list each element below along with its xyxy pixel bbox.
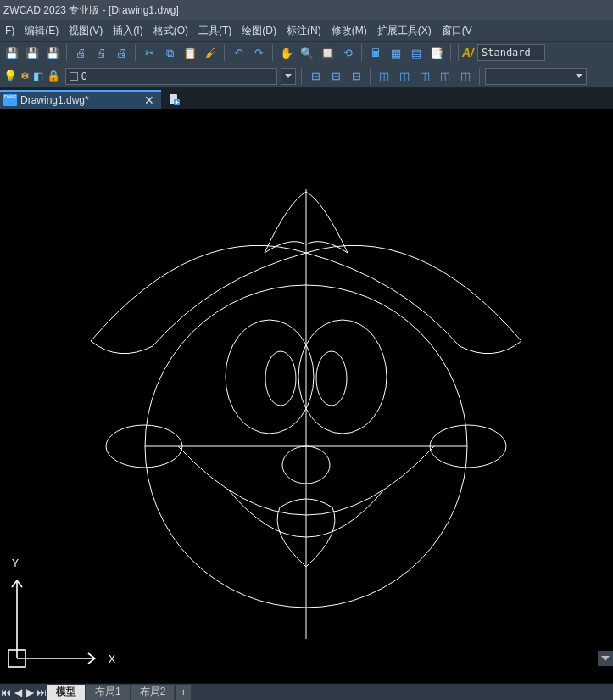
ucs-y-label: Y xyxy=(12,557,19,569)
svg-point-9 xyxy=(298,320,387,434)
plus-icon: + xyxy=(181,686,187,698)
saveas-button[interactable]: 💾 xyxy=(23,43,42,62)
chevron-down-icon xyxy=(601,656,610,661)
document-tab-active[interactable]: Drawing1.dwg* ✕ xyxy=(0,90,161,109)
layerp-button[interactable]: ⊟ xyxy=(306,67,325,86)
document-tab-label: Drawing1.dwg* xyxy=(20,94,89,106)
block2-button[interactable]: ◫ xyxy=(395,67,414,86)
block-button[interactable]: ◫ xyxy=(375,67,393,86)
layout-last-button[interactable]: ⏭ xyxy=(36,686,47,699)
layout-add-button[interactable]: + xyxy=(176,685,191,700)
svg-point-8 xyxy=(265,351,296,406)
pan-button[interactable]: ✋ xyxy=(277,43,296,62)
layout-next-button[interactable]: ▶ xyxy=(24,686,36,699)
layout-tab-layout2[interactable]: 布局2 xyxy=(131,685,175,700)
separator xyxy=(361,44,362,61)
textstyle-big-dropdown[interactable] xyxy=(485,68,587,85)
redo-icon: ↷ xyxy=(254,48,264,59)
newfile-icon xyxy=(167,92,181,106)
help-button[interactable]: 📑 xyxy=(427,43,446,62)
matchprop-button[interactable]: 🖌 xyxy=(201,43,220,62)
freeze-icon: ❄ xyxy=(20,70,30,81)
menu-window[interactable]: 窗口(V xyxy=(437,20,477,41)
undo-button[interactable]: ↶ xyxy=(229,43,248,62)
saveall-button[interactable]: 💾 xyxy=(43,43,62,62)
layout-tab-model[interactable]: 模型 xyxy=(47,685,85,700)
layeriso-icon: ◧ xyxy=(33,70,43,81)
next-icon: ▶ xyxy=(26,686,34,698)
plot2-button[interactable]: 🖨 xyxy=(92,43,110,62)
block4-button[interactable]: ◫ xyxy=(436,67,454,86)
redo-button[interactable]: ↷ xyxy=(249,43,268,62)
publish-icon: 🖨 xyxy=(116,48,127,59)
menu-file[interactable]: F) xyxy=(0,20,20,41)
menu-tools[interactable]: 工具(T) xyxy=(193,20,237,41)
paste-button[interactable]: 📋 xyxy=(181,43,199,62)
save-button[interactable]: 💾 xyxy=(3,43,21,62)
separator xyxy=(458,44,459,61)
cut-button[interactable]: ✂ xyxy=(140,43,159,62)
layer2-icon: ⊟ xyxy=(332,70,341,81)
chevron-down-icon xyxy=(576,74,582,78)
separator xyxy=(66,44,67,61)
block3-button[interactable]: ◫ xyxy=(415,67,434,86)
table-icon: ▤ xyxy=(411,48,421,59)
first-icon: ⏮ xyxy=(1,686,11,698)
linetype-dropdown[interactable] xyxy=(281,68,296,85)
block5-button[interactable]: ◫ xyxy=(456,67,475,86)
text-style-value: Standard xyxy=(482,47,531,59)
dwg-icon xyxy=(3,94,17,106)
scroll-down-button[interactable] xyxy=(598,651,613,666)
publish-button[interactable]: 🖨 xyxy=(112,43,131,62)
layerp2-button[interactable]: ⊟ xyxy=(326,67,345,86)
text-style-box: A/ Standard xyxy=(462,44,545,61)
paste-icon: 📋 xyxy=(183,48,197,59)
grid-button[interactable]: ▦ xyxy=(387,43,405,62)
new-tab-button[interactable] xyxy=(164,90,183,109)
block-icon: ◫ xyxy=(379,70,389,81)
menu-view[interactable]: 视图(V) xyxy=(64,20,108,41)
layerp3-button[interactable]: ⊟ xyxy=(347,67,365,86)
zoomprev-icon: ⟲ xyxy=(343,48,353,59)
textstyle-prefix: A/ xyxy=(462,46,474,59)
app-title: ZWCAD 2023 专业版 - [Drawing1.dwg] xyxy=(3,3,179,18)
zoomwin-icon: 🔲 xyxy=(320,48,334,59)
layer-icon: ⊟ xyxy=(311,70,320,81)
drawing-canvas[interactable]: X Y xyxy=(0,109,613,683)
menubar: F) 编辑(E) 视图(V) 插入(I) 格式(O) 工具(T) 绘图(D) 标… xyxy=(0,20,613,41)
saveas-icon: 💾 xyxy=(25,48,39,59)
menu-dim[interactable]: 标注(N) xyxy=(281,20,326,41)
svg-point-7 xyxy=(226,320,314,434)
block5-icon: ◫ xyxy=(460,70,471,81)
zoom-realtime-button[interactable]: 🔍 xyxy=(298,43,316,62)
zoom-window-button[interactable]: 🔲 xyxy=(318,43,337,62)
block4-icon: ◫ xyxy=(440,70,450,81)
separator xyxy=(301,68,302,85)
menu-format[interactable]: 格式(O) xyxy=(148,20,193,41)
zoom-prev-button[interactable]: ⟲ xyxy=(338,43,357,62)
table-button[interactable]: ▤ xyxy=(407,43,426,62)
last-icon: ⏭ xyxy=(36,686,47,698)
close-tab-button[interactable]: ✕ xyxy=(144,93,154,107)
menu-insert[interactable]: 插入(I) xyxy=(108,20,148,41)
menu-edit[interactable]: 编辑(E) xyxy=(20,20,64,41)
layout-tab-layout1[interactable]: 布局1 xyxy=(86,685,130,700)
layer-dropdown[interactable]: 0 xyxy=(65,68,277,85)
layer-name: 0 xyxy=(81,70,87,82)
menu-express[interactable]: 扩展工具(X) xyxy=(372,20,437,41)
pan-icon: ✋ xyxy=(280,48,293,59)
copy-icon: ⧉ xyxy=(166,48,174,59)
menu-modify[interactable]: 修改(M) xyxy=(326,20,372,41)
layout-tab-row: ⏮ ◀ ▶ ⏭ 模型 布局1 布局2 + xyxy=(0,683,613,700)
text-style-dropdown[interactable]: Standard xyxy=(477,44,545,61)
grid-icon: ▦ xyxy=(391,48,401,59)
drawing-content: X Y xyxy=(0,109,613,683)
plot-button[interactable]: 🖨 xyxy=(71,43,90,62)
matchprop-icon: 🖌 xyxy=(205,48,216,59)
menu-draw[interactable]: 绘图(D) xyxy=(237,20,281,41)
layout-prev-button[interactable]: ◀ xyxy=(12,686,24,699)
layout-first-button[interactable]: ⏮ xyxy=(0,686,12,699)
calc-button[interactable]: 🖩 xyxy=(366,43,385,62)
print-icon: 🖨 xyxy=(75,48,86,59)
copy-button[interactable]: ⧉ xyxy=(160,43,179,62)
